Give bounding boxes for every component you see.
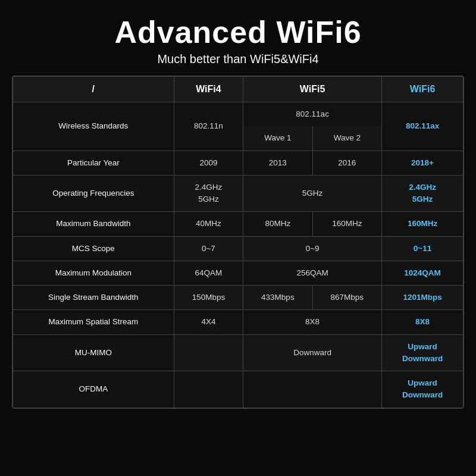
wifi5-wave1-year: 2013 <box>243 151 312 175</box>
wifi5-wave2-label: Wave 2 <box>312 126 381 151</box>
wifi4-ofdma <box>174 371 243 408</box>
wifi5-wave2-single-stream: 867Mbps <box>312 286 381 310</box>
table-row: Maximum Spatial Stream 4X4 8X8 8X8 <box>13 310 464 334</box>
header-wifi5: WiFi5 <box>243 77 382 102</box>
wifi4-wireless-standards: 802.11n <box>174 102 243 151</box>
feature-mcs-scope: MCS Scope <box>13 236 174 261</box>
feature-mu-mimo: MU-MIMO <box>13 334 174 371</box>
table-row: Maximum Bandwidth 40MHz 80MHz 160MHz 160… <box>13 212 464 236</box>
wifi5-modulation: 256QAM <box>243 261 382 285</box>
wifi4-year: 2009 <box>174 151 243 175</box>
table-row: Maximum Modulation 64QAM 256QAM 1024QAM <box>13 261 464 285</box>
table-header-row: / WiFi4 WiFi5 WiFi6 <box>13 77 464 102</box>
wifi4-mcs: 0~7 <box>174 236 243 261</box>
wifi4-freq: 2.4GHz5GHz <box>174 175 243 212</box>
feature-max-modulation: Maximum Modulation <box>13 261 174 285</box>
table-row: Wireless Standards 802.11n 802.11ac 802.… <box>13 102 464 127</box>
feature-max-bandwidth: Maximum Bandwidth <box>13 212 174 236</box>
comparison-table-container: / WiFi4 WiFi5 WiFi6 Wireless Standards 8… <box>12 76 464 409</box>
table-row: MCS Scope 0~7 0~9 0~11 <box>13 236 464 261</box>
table-row: Particular Year 2009 2013 2016 2018+ <box>13 151 464 175</box>
wifi6-spatial: 8X8 <box>382 310 464 334</box>
wifi4-single-stream: 150Mbps <box>174 286 243 310</box>
wifi5-mcs: 0~9 <box>243 236 382 261</box>
wifi5-wave1-label: Wave 1 <box>243 126 312 151</box>
wifi5-freq: 5GHz <box>243 175 382 212</box>
table-row: Single Stream Bandwidth 150Mbps 433Mbps … <box>13 286 464 310</box>
wifi4-bandwidth: 40MHz <box>174 212 243 236</box>
wifi6-wireless-standards: 802.11ax <box>382 102 464 151</box>
wifi6-ofdma: UpwardDownward <box>382 371 464 408</box>
header-feature: / <box>13 77 174 102</box>
feature-ofdma: OFDMA <box>13 371 174 408</box>
table-row: Operating Frequencies 2.4GHz5GHz 5GHz 2.… <box>13 175 464 212</box>
wifi6-freq: 2.4GHz5GHz <box>382 175 464 212</box>
page-subtitle: Much better than WiFi5&WiFi4 <box>157 52 318 66</box>
feature-single-stream: Single Stream Bandwidth <box>13 286 174 310</box>
wifi5-wave2-bandwidth: 160MHz <box>312 212 381 236</box>
wifi4-spatial: 4X4 <box>174 310 243 334</box>
table-row: OFDMA UpwardDownward <box>13 371 464 408</box>
wifi6-bandwidth: 160MHz <box>382 212 464 236</box>
header-wifi6: WiFi6 <box>382 77 464 102</box>
feature-particular-year: Particular Year <box>13 151 174 175</box>
wifi6-single-stream: 1201Mbps <box>382 286 464 310</box>
wifi5-mu-mimo: Downward <box>243 334 382 371</box>
wifi5-spatial: 8X8 <box>243 310 382 334</box>
feature-spatial-stream: Maximum Spatial Stream <box>13 310 174 334</box>
wifi5-wave2-year: 2016 <box>312 151 381 175</box>
header-wifi4: WiFi4 <box>174 77 243 102</box>
wifi5-wave1-bandwidth: 80MHz <box>243 212 312 236</box>
wifi5-wireless-standards-top: 802.11ac <box>243 102 382 127</box>
wifi4-mu-mimo <box>174 334 243 371</box>
comparison-table: / WiFi4 WiFi5 WiFi6 Wireless Standards 8… <box>12 76 464 408</box>
wifi6-modulation: 1024QAM <box>382 261 464 285</box>
wifi6-mcs: 0~11 <box>382 236 464 261</box>
wifi6-year: 2018+ <box>382 151 464 175</box>
feature-operating-frequencies: Operating Frequencies <box>13 175 174 212</box>
page-title: Advanced WiFi6 <box>114 14 361 50</box>
table-row: MU-MIMO Downward UpwardDownward <box>13 334 464 371</box>
wifi6-mu-mimo: UpwardDownward <box>382 334 464 371</box>
feature-wireless-standards: Wireless Standards <box>13 102 174 151</box>
wifi5-wave1-single-stream: 433Mbps <box>243 286 312 310</box>
wifi5-ofdma <box>243 371 382 408</box>
wifi4-modulation: 64QAM <box>174 261 243 285</box>
